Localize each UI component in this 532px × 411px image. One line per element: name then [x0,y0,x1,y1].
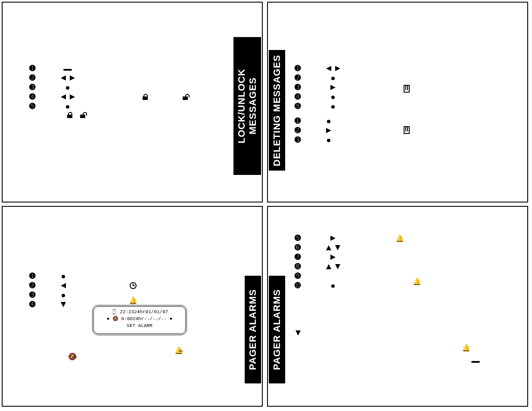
tab-alarms-left: PAGER ALARMS [245,276,261,383]
step-icons-alarms-b [326,234,340,290]
read-button-icon [61,64,75,73]
alarm-on-indicator: 🔔̶ [174,346,183,355]
step-4: ➍ [29,300,35,309]
menu-dot-icon [326,73,340,83]
lcd-row-alarm: ● 🔕 0:0024hr--/--/-- ● [94,315,185,322]
nav-arrows-icon-2 [61,92,75,102]
tab-deleting: DELETING MESSAGES [269,50,285,171]
bell-icon-step5: 🔔 [395,234,404,243]
step-5: ➎ [295,234,301,243]
panel-deleting: DELETING MESSAGES ➊ ➋ ➌ ➍ ➎ ➊ ➋ ➌ [267,2,528,202]
nav-left-icon [61,281,66,290]
step-10: ➓ [295,281,301,290]
step-6: ➏ [295,243,301,252]
menu-dot-icon [326,281,340,290]
nav-updown-icon-2 [326,262,340,271]
clock-icon [130,281,137,291]
tab-alarms-right: PAGER ALARMS [269,276,285,383]
read-button-note-icon [471,357,480,364]
step-7: ➐ [295,252,301,262]
step-numbers-alarms-a: ➊ ➋ ➌ ➍ [29,271,35,309]
lcd-mode-2: 24hr [133,316,144,321]
lcd-date-2: --/--/-- [144,316,167,321]
step-2: ➋ [29,281,35,290]
nav-right-icon [326,234,340,243]
lcd-row-clock: ⌚ 22:2324hr01/01/97 [94,308,185,315]
blank-row [326,271,340,281]
step-2: ➋ [295,73,301,83]
step-numbers-delete-a: ➊ ➋ ➌ ➍ ➎ [295,64,301,111]
delete-all-icon [404,125,410,136]
lcd-row-label: SET ALARM [94,322,185,329]
menu-dot-icon-2 [326,92,340,102]
step-1b: ➊ [295,116,301,126]
step-9: ➒ [295,271,301,281]
step-3: ➌ [29,83,35,92]
panel-alarms-right: PAGER ALARMS ➎ ➏ ➐ ➑ ➒ ➓ 🔔 🔔 🔔 [267,206,528,407]
step-numbers-alarms-b: ➎ ➏ ➐ ➑ ➒ ➓ [295,234,301,290]
lcd-mode-1: 24hr [134,309,145,314]
step-icons-lock [61,64,75,111]
alarm-off-indicator: 🔕̶ [68,352,77,361]
step-2: ➋ [29,73,35,83]
step-2b: ➋ [295,126,301,135]
step-1: ➊ [29,271,35,281]
menu-dot-icon [61,271,66,281]
step-3: ➌ [29,290,35,300]
bell-icon-note: 🔔 [462,344,470,352]
lcd-time-1: 22:23 [120,309,134,314]
menu-dot-icon [61,83,75,92]
step-1: ➊ [29,64,35,73]
step-8: ➑ [295,262,301,271]
tab-lock-unlock: LOCK/UNLOCK MESSAGES [233,37,261,175]
step-icons-delete-a [326,64,340,111]
nav-right-icon-2 [326,252,340,262]
manual-page-spread: LOCK/UNLOCK MESSAGES ➊ ➋ ➌ ➍ ➎ DELETING … [0,0,532,411]
step-3: ➌ [295,83,301,92]
lcd-display: ⌚ 22:2324hr01/01/97 ● 🔕 0:0024hr--/--/--… [92,305,187,335]
locked-icon [143,92,148,102]
step-icons-alarms-a [61,271,66,309]
nav-right-icon-b [326,126,331,135]
unlocked-icon [183,92,188,102]
step-1: ➊ [295,64,301,73]
lcd-date-1: 01/01/97 [146,309,168,314]
menu-dot-icon-2 [61,290,66,300]
menu-dot-icon-2 [61,102,75,111]
dot-right: ● [170,316,173,321]
step-3b: ➌ [295,135,301,145]
unlocked-icon-small [80,110,85,120]
delete-icon [404,84,410,94]
nav-down-icon [61,300,66,309]
nav-updown-icon [326,243,340,252]
step-5: ➎ [29,102,35,111]
menu-dot-icon-3 [326,102,340,111]
panel-lock-unlock: LOCK/UNLOCK MESSAGES ➊ ➋ ➌ ➍ ➎ [2,2,263,202]
nav-down-note-icon [296,328,301,337]
step-4: ➍ [295,92,301,102]
nav-arrows-icon [326,64,340,73]
menu-dot-icon-b2 [326,135,331,145]
bell-icon: 🔔 [129,296,137,305]
step-5: ➎ [295,102,301,111]
menu-dot-icon-b1 [326,116,331,126]
step-icons-delete-b [326,116,331,145]
bell-icon-step9: 🔔 [413,277,421,286]
bell-off-icon: 🔕 [112,316,118,321]
nav-arrows-icon [61,73,75,83]
step-numbers-delete-b: ➊ ➋ ➌ [295,116,301,145]
locked-icon-small [67,110,72,120]
nav-right-icon [326,83,340,92]
step-4: ➍ [29,92,35,102]
clock-icon-small: ⌚ [111,309,117,314]
lcd-time-2: 0:00 [121,316,132,321]
step-numbers-lock: ➊ ➋ ➌ ➍ ➎ [29,64,35,111]
dot-left: ● [107,316,110,321]
